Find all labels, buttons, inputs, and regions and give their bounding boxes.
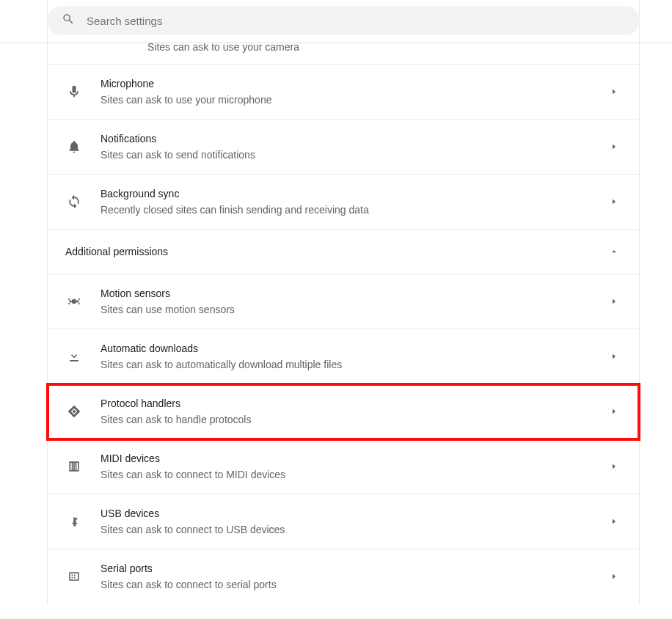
search-icon bbox=[62, 12, 75, 29]
midi-desc: Sites can ask to connect to MIDI devices bbox=[101, 467, 605, 482]
automatic-downloads-row[interactable]: Automatic downloads Sites can ask to aut… bbox=[48, 329, 639, 384]
serial-title: Serial ports bbox=[101, 561, 605, 576]
microphone-title: Microphone bbox=[101, 76, 605, 91]
search-bar[interactable] bbox=[47, 6, 640, 35]
chevron-right-icon bbox=[605, 348, 623, 365]
midi-icon bbox=[65, 458, 83, 475]
protocol-title: Protocol handlers bbox=[101, 396, 605, 411]
chevron-right-icon bbox=[605, 138, 623, 155]
midi-title: MIDI devices bbox=[101, 451, 605, 466]
sync-icon bbox=[65, 193, 83, 210]
chevron-right-icon bbox=[605, 458, 623, 475]
bg-sync-desc: Recently closed sites can finish sending… bbox=[101, 202, 605, 217]
microphone-icon bbox=[65, 83, 83, 100]
usb-desc: Sites can ask to connect to USB devices bbox=[101, 522, 605, 537]
settings-panel: Sites can ask to use your camera Microph… bbox=[47, 0, 640, 604]
motion-sensors-row[interactable]: Motion sensors Sites can use motion sens… bbox=[48, 274, 639, 329]
chevron-right-icon bbox=[605, 193, 623, 210]
motion-desc: Sites can use motion sensors bbox=[101, 302, 605, 317]
chevron-right-icon bbox=[605, 293, 623, 310]
chevron-up-icon bbox=[605, 243, 623, 260]
section-title: Additional permissions bbox=[65, 246, 605, 257]
chevron-right-icon bbox=[605, 83, 623, 100]
search-input[interactable] bbox=[87, 15, 625, 27]
bell-icon bbox=[65, 138, 83, 155]
protocol-icon bbox=[65, 403, 83, 420]
midi-devices-row[interactable]: MIDI devices Sites can ask to connect to… bbox=[48, 439, 639, 494]
protocol-handlers-row[interactable]: Protocol handlers Sites can ask to handl… bbox=[48, 384, 639, 439]
notifications-desc: Sites can ask to send notifications bbox=[101, 147, 605, 162]
downloads-desc: Sites can ask to automatically download … bbox=[101, 357, 605, 372]
chevron-right-icon bbox=[605, 403, 623, 420]
notifications-title: Notifications bbox=[101, 131, 605, 146]
downloads-title: Automatic downloads bbox=[101, 341, 605, 356]
download-icon bbox=[65, 348, 83, 365]
bg-sync-title: Background sync bbox=[101, 186, 605, 201]
notifications-row[interactable]: Notifications Sites can ask to send noti… bbox=[48, 120, 639, 175]
microphone-desc: Sites can ask to use your microphone bbox=[101, 92, 605, 107]
permissions-card: Sites can ask to use your camera Microph… bbox=[47, 0, 640, 604]
header-divider bbox=[0, 43, 672, 43]
usb-icon bbox=[65, 513, 83, 530]
background-sync-row[interactable]: Background sync Recently closed sites ca… bbox=[48, 175, 639, 230]
usb-title: USB devices bbox=[101, 506, 605, 521]
chevron-right-icon bbox=[605, 513, 623, 530]
usb-devices-row[interactable]: USB devices Sites can ask to connect to … bbox=[48, 494, 639, 549]
serial-icon bbox=[65, 568, 83, 585]
motion-icon bbox=[65, 293, 83, 310]
motion-title: Motion sensors bbox=[101, 286, 605, 301]
additional-permissions-header[interactable]: Additional permissions bbox=[48, 230, 639, 274]
serial-desc: Sites can ask to connect to serial ports bbox=[101, 577, 605, 592]
serial-ports-row[interactable]: Serial ports Sites can ask to connect to… bbox=[48, 549, 639, 604]
microphone-row[interactable]: Microphone Sites can ask to use your mic… bbox=[48, 65, 639, 120]
chevron-right-icon bbox=[605, 568, 623, 585]
protocol-desc: Sites can ask to handle protocols bbox=[101, 412, 605, 427]
